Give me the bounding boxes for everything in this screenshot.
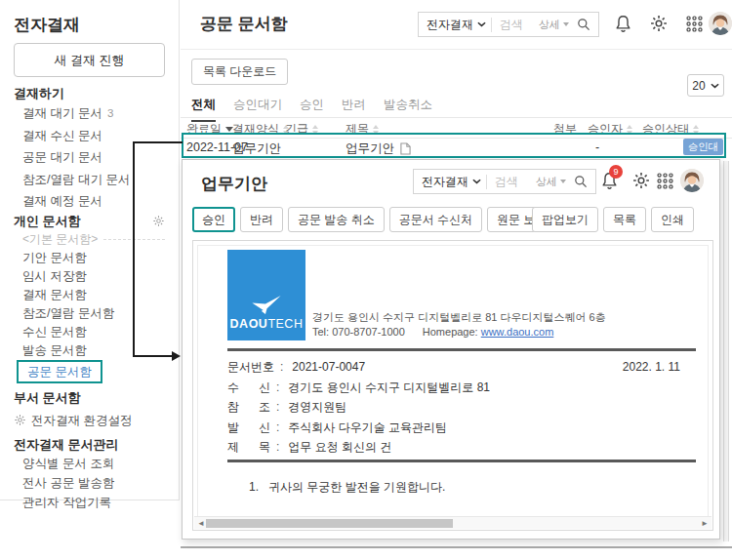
col-approval-status[interactable]: 승인상태 — [642, 121, 699, 138]
sidebar-item-temp-box[interactable]: 임시 저장함 — [14, 267, 165, 286]
user-avatar[interactable] — [680, 169, 704, 192]
popup-view-button[interactable]: 팝업보기 — [532, 207, 598, 232]
search-input[interactable] — [487, 175, 536, 188]
official-recipients-button[interactable]: 공문서 수신처 — [389, 207, 482, 232]
sidebar: 전자결재 새 결재 진행 결재하기 결재 대기 문서3 결재 수신 문서 공문 … — [0, 0, 180, 500]
app-grid-icon[interactable] — [683, 13, 705, 34]
scroll-left-arrow-icon[interactable]: ◄ — [197, 519, 205, 528]
notification-bell-icon[interactable]: 9 — [598, 170, 620, 191]
chevron-down-icon — [711, 83, 719, 89]
gear-icon — [14, 414, 26, 426]
personal-menu: 기안 문서함 임시 저장함 결재 문서함 참조/열람 문서함 수신 문서함 발송… — [14, 249, 165, 383]
reject-button[interactable]: 반려 — [240, 207, 283, 232]
sidebar-item-official-doc-box[interactable]: 공문 문서함 — [14, 360, 165, 383]
approve-button[interactable]: 승인 — [192, 207, 235, 232]
bird-logo-icon — [249, 295, 284, 315]
tab-rejected[interactable]: 반려 — [342, 97, 366, 118]
connector-line-top — [133, 141, 183, 143]
app-title: 전자결재 — [14, 14, 165, 30]
sidebar-item-approval-scheduled[interactable]: 결재 예정 문서 — [14, 190, 165, 213]
section-department-header[interactable]: 부서 문서함 — [14, 389, 165, 407]
document-divider-top — [227, 348, 696, 351]
tab-send-canceled[interactable]: 발송취소 — [384, 97, 432, 118]
list-button[interactable]: 목록 — [603, 207, 646, 232]
status-tabs: 전체 승인대기 승인 반려 발송취소 — [191, 97, 432, 118]
col-attachment[interactable]: 첨부 — [553, 121, 577, 138]
document-fields: 문서번호:2021-07-0047 2022. 1. 11 수 신:경기도 용인… — [227, 357, 680, 458]
col-complete-date[interactable]: 완료일 — [186, 121, 233, 138]
col-urgent[interactable]: 긴급 — [285, 121, 318, 138]
search-bar: 전자결재 상세 — [418, 12, 599, 37]
search-detail-toggle[interactable]: 상세 — [536, 175, 566, 189]
sidebar-item-cc-box[interactable]: 참조/열람 문서함 — [14, 304, 165, 323]
page-scrollbar-track[interactable] — [723, 161, 729, 541]
company-address: 경기도 용인시 수지구 디지털벨리로 81 다우디지털스퀘어 6층 Tel: 0… — [312, 310, 606, 340]
tab-approval-waiting[interactable]: 승인대기 — [233, 97, 282, 118]
field-cc: 참 조:경영지원팀 — [227, 397, 680, 418]
sidebar-item-received-box[interactable]: 수신 문서함 — [14, 323, 165, 341]
search-scope-select[interactable]: 전자결재 — [414, 174, 486, 190]
company-logo: DAOUTECH — [227, 250, 305, 340]
sidebar-item-admin-log[interactable]: 관리자 작업기록 — [14, 493, 165, 512]
section-personal-header: 개인 문서함 — [14, 213, 165, 230]
document-icon — [400, 142, 411, 155]
header-divider — [181, 49, 732, 50]
document-scroll-area: DAOUTECH 경기도 용인시 수지구 디지털벨리로 81 다우디지털스퀘어 … — [192, 240, 713, 531]
new-approval-button[interactable]: 새 결재 진행 — [14, 43, 165, 77]
col-title[interactable]: 제목 — [346, 121, 379, 138]
popup-action-toolbar: 승인 반려 공문 발송 취소 공문서 수신처 원문 보기 — [192, 207, 556, 232]
sidebar-item-company-official-sent[interactable]: 전사 공문 발송함 — [14, 473, 165, 493]
chevron-down-icon — [477, 21, 486, 27]
sidebar-item-approval-box[interactable]: 결재 문서함 — [14, 286, 165, 304]
user-avatar[interactable] — [709, 12, 732, 35]
document-date: 2022. 1. 11 — [623, 357, 680, 378]
gear-icon[interactable] — [648, 13, 670, 34]
search-icon[interactable] — [573, 174, 589, 189]
document-divider-bottom — [227, 460, 696, 462]
table-row[interactable]: 2022-11-07 업무기안 업무기안 - 승인대기 — [181, 139, 732, 158]
col-approver[interactable]: 승인자 — [588, 121, 632, 138]
homepage-link[interactable]: www.daou.com — [481, 326, 554, 338]
document-page: DAOUTECH 경기도 용인시 수지구 디지털벨리로 81 다우디지털스퀘어 … — [197, 245, 709, 517]
sidebar-item-cc-waiting[interactable]: 참조/열람 대기 문서 — [14, 169, 165, 191]
cancel-official-send-button[interactable]: 공문 발송 취소 — [288, 207, 385, 232]
list-download-button[interactable]: 목록 다운로드 — [191, 59, 288, 85]
search-icon[interactable] — [576, 17, 591, 32]
field-sender: 발 신:주식회사 다우기술 교육관리팀 — [227, 418, 680, 438]
sort-icon — [312, 125, 318, 135]
scrollbar-thumb[interactable] — [206, 519, 453, 528]
sidebar-item-draft-box[interactable]: 기안 문서함 — [14, 249, 165, 267]
search-scope-select[interactable]: 전자결재 — [419, 17, 491, 33]
print-button[interactable]: 인쇄 — [651, 207, 694, 232]
sidebar-item-form-search[interactable]: 양식별 문서 조회 — [14, 454, 165, 473]
section-approve-header: 결재하기 — [14, 85, 165, 102]
sort-icon — [693, 125, 699, 135]
field-subject: 제 목:업무 요청 회신의 건 — [227, 437, 680, 458]
caret-down-icon — [560, 180, 566, 183]
field-doc-number: 문서번호:2021-07-0047 2022. 1. 11 — [227, 357, 680, 378]
notification-bell-icon[interactable] — [612, 13, 633, 34]
page-bottom-border — [181, 546, 732, 548]
search-input[interactable] — [492, 18, 539, 31]
sidebar-item-approval-waiting[interactable]: 결재 대기 문서3 — [14, 102, 165, 125]
popup-search-bar: 전자결재 상세 — [413, 169, 596, 194]
scroll-right-arrow-icon[interactable]: ► — [701, 519, 709, 528]
tab-approved[interactable]: 승인 — [300, 97, 324, 118]
page-title: 공문 문서함 — [200, 13, 288, 35]
gear-icon[interactable] — [630, 170, 652, 191]
sidebar-item-official-waiting[interactable]: 공문 대기 문서 — [14, 146, 165, 169]
cell-form: 업무기안 — [232, 140, 281, 157]
page-size-select[interactable]: 20 — [687, 74, 724, 97]
sidebar-item-environment-settings[interactable]: 전자결재 환경설정 — [14, 411, 165, 430]
sort-icon — [627, 125, 632, 135]
app-grid-icon[interactable] — [654, 170, 675, 191]
search-detail-toggle[interactable]: 상세 — [539, 18, 569, 32]
docmgmt-menu: 양식별 문서 조회 전사 공문 발송함 관리자 작업기록 — [14, 454, 165, 512]
personal-settings-gear-icon[interactable] — [152, 215, 165, 227]
tab-all[interactable]: 전체 — [191, 97, 216, 118]
horizontal-scrollbar[interactable]: ◄ ► — [194, 516, 712, 529]
col-form[interactable]: 결재양식 — [232, 121, 289, 138]
popup-title: 업무기안 — [201, 173, 267, 195]
document-body-text: 1. 귀사의 무궁한 발전을 기원합니다. — [249, 479, 445, 496]
notification-count-badge: 9 — [609, 165, 623, 179]
